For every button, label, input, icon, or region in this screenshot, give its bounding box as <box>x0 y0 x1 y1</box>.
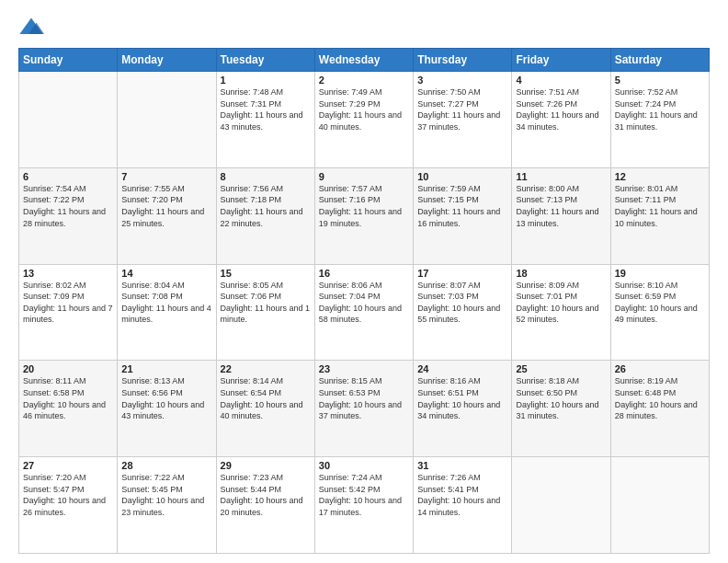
day-number: 9 <box>319 171 409 182</box>
day-info: Sunrise: 8:00 AM Sunset: 7:13 PM Dayligh… <box>516 183 606 229</box>
calendar-cell: 19Sunrise: 8:10 AM Sunset: 6:59 PM Dayli… <box>610 264 709 361</box>
day-info: Sunrise: 8:14 AM Sunset: 6:54 PM Dayligh… <box>221 375 311 421</box>
calendar-cell: 16Sunrise: 8:06 AM Sunset: 7:04 PM Dayli… <box>314 264 413 361</box>
day-info: Sunrise: 7:57 AM Sunset: 7:16 PM Dayligh… <box>319 183 409 229</box>
calendar-cell: 13Sunrise: 8:02 AM Sunset: 7:09 PM Dayli… <box>19 264 118 361</box>
day-number: 11 <box>516 171 606 182</box>
day-info: Sunrise: 7:52 AM Sunset: 7:24 PM Dayligh… <box>615 86 705 132</box>
calendar-header-row: SundayMondayTuesdayWednesdayThursdayFrid… <box>19 49 710 72</box>
day-number: 28 <box>121 460 211 471</box>
day-info: Sunrise: 7:48 AM Sunset: 7:31 PM Dayligh… <box>221 86 311 132</box>
calendar-cell: 23Sunrise: 8:15 AM Sunset: 6:53 PM Dayli… <box>314 361 413 457</box>
day-info: Sunrise: 7:54 AM Sunset: 7:22 PM Dayligh… <box>23 183 113 229</box>
day-info: Sunrise: 7:50 AM Sunset: 7:27 PM Dayligh… <box>417 86 507 132</box>
day-number: 1 <box>221 75 311 86</box>
calendar-cell: 25Sunrise: 8:18 AM Sunset: 6:50 PM Dayli… <box>512 361 610 457</box>
calendar-cell: 11Sunrise: 8:00 AM Sunset: 7:13 PM Dayli… <box>512 167 610 264</box>
calendar-cell: 12Sunrise: 8:01 AM Sunset: 7:11 PM Dayli… <box>610 167 709 264</box>
calendar-week-row: 13Sunrise: 8:02 AM Sunset: 7:09 PM Dayli… <box>19 264 710 361</box>
day-info: Sunrise: 7:49 AM Sunset: 7:29 PM Dayligh… <box>319 86 409 132</box>
day-info: Sunrise: 8:01 AM Sunset: 7:11 PM Dayligh… <box>615 183 705 229</box>
day-number: 21 <box>121 363 211 374</box>
logo-icon <box>18 15 44 40</box>
col-header-wednesday: Wednesday <box>314 49 413 72</box>
col-header-friday: Friday <box>512 49 610 72</box>
day-info: Sunrise: 7:26 AM Sunset: 5:41 PM Dayligh… <box>417 472 507 518</box>
col-header-saturday: Saturday <box>610 49 709 72</box>
day-number: 4 <box>516 75 606 86</box>
day-info: Sunrise: 8:16 AM Sunset: 6:51 PM Dayligh… <box>417 375 507 421</box>
day-info: Sunrise: 8:05 AM Sunset: 7:06 PM Dayligh… <box>221 280 311 326</box>
day-info: Sunrise: 7:59 AM Sunset: 7:15 PM Dayligh… <box>417 183 507 229</box>
day-number: 24 <box>417 363 507 374</box>
day-info: Sunrise: 8:13 AM Sunset: 6:56 PM Dayligh… <box>121 375 211 421</box>
day-number: 6 <box>23 171 113 182</box>
calendar-cell <box>118 72 216 168</box>
col-header-sunday: Sunday <box>19 49 118 72</box>
calendar-cell: 31Sunrise: 7:26 AM Sunset: 5:41 PM Dayli… <box>414 457 512 554</box>
day-number: 5 <box>615 75 705 86</box>
calendar-cell <box>19 72 118 168</box>
day-number: 29 <box>221 460 311 471</box>
calendar-cell: 15Sunrise: 8:05 AM Sunset: 7:06 PM Dayli… <box>216 264 314 361</box>
day-number: 7 <box>121 171 211 182</box>
calendar-cell: 2Sunrise: 7:49 AM Sunset: 7:29 PM Daylig… <box>314 72 413 168</box>
day-info: Sunrise: 8:04 AM Sunset: 7:08 PM Dayligh… <box>121 280 211 326</box>
day-number: 31 <box>417 460 507 471</box>
day-number: 2 <box>319 75 409 86</box>
day-number: 19 <box>615 268 705 279</box>
calendar-cell: 7Sunrise: 7:55 AM Sunset: 7:20 PM Daylig… <box>118 167 216 264</box>
day-number: 10 <box>417 171 507 182</box>
day-number: 14 <box>121 268 211 279</box>
day-info: Sunrise: 7:23 AM Sunset: 5:44 PM Dayligh… <box>221 472 311 518</box>
day-info: Sunrise: 8:10 AM Sunset: 6:59 PM Dayligh… <box>615 280 705 326</box>
day-info: Sunrise: 7:51 AM Sunset: 7:26 PM Dayligh… <box>516 86 606 132</box>
day-number: 8 <box>221 171 311 182</box>
day-info: Sunrise: 7:24 AM Sunset: 5:42 PM Dayligh… <box>319 472 409 518</box>
day-info: Sunrise: 7:20 AM Sunset: 5:47 PM Dayligh… <box>23 472 113 518</box>
calendar-cell: 21Sunrise: 8:13 AM Sunset: 6:56 PM Dayli… <box>118 361 216 457</box>
calendar-cell: 29Sunrise: 7:23 AM Sunset: 5:44 PM Dayli… <box>216 457 314 554</box>
calendar-cell: 27Sunrise: 7:20 AM Sunset: 5:47 PM Dayli… <box>19 457 118 554</box>
day-number: 23 <box>319 363 409 374</box>
calendar-cell: 3Sunrise: 7:50 AM Sunset: 7:27 PM Daylig… <box>414 72 512 168</box>
calendar-cell: 22Sunrise: 8:14 AM Sunset: 6:54 PM Dayli… <box>216 361 314 457</box>
calendar-week-row: 20Sunrise: 8:11 AM Sunset: 6:58 PM Dayli… <box>19 361 710 457</box>
day-number: 13 <box>23 268 113 279</box>
calendar-cell <box>512 457 610 554</box>
day-number: 26 <box>615 363 705 374</box>
calendar-cell: 1Sunrise: 7:48 AM Sunset: 7:31 PM Daylig… <box>216 72 314 168</box>
header <box>18 15 710 40</box>
calendar-week-row: 6Sunrise: 7:54 AM Sunset: 7:22 PM Daylig… <box>19 167 710 264</box>
calendar-cell: 20Sunrise: 8:11 AM Sunset: 6:58 PM Dayli… <box>19 361 118 457</box>
calendar-cell: 14Sunrise: 8:04 AM Sunset: 7:08 PM Dayli… <box>118 264 216 361</box>
day-number: 27 <box>23 460 113 471</box>
calendar-cell: 9Sunrise: 7:57 AM Sunset: 7:16 PM Daylig… <box>314 167 413 264</box>
col-header-thursday: Thursday <box>414 49 512 72</box>
day-number: 18 <box>516 268 606 279</box>
day-info: Sunrise: 8:19 AM Sunset: 6:48 PM Dayligh… <box>615 375 705 421</box>
day-number: 20 <box>23 363 113 374</box>
calendar-cell <box>610 457 709 554</box>
calendar-week-row: 1Sunrise: 7:48 AM Sunset: 7:31 PM Daylig… <box>19 72 710 168</box>
calendar-week-row: 27Sunrise: 7:20 AM Sunset: 5:47 PM Dayli… <box>19 457 710 554</box>
day-info: Sunrise: 8:09 AM Sunset: 7:01 PM Dayligh… <box>516 280 606 326</box>
day-info: Sunrise: 7:22 AM Sunset: 5:45 PM Dayligh… <box>121 472 211 518</box>
calendar-cell: 28Sunrise: 7:22 AM Sunset: 5:45 PM Dayli… <box>118 457 216 554</box>
calendar-cell: 18Sunrise: 8:09 AM Sunset: 7:01 PM Dayli… <box>512 264 610 361</box>
logo <box>18 15 48 40</box>
calendar-table: SundayMondayTuesdayWednesdayThursdayFrid… <box>18 48 710 554</box>
page: SundayMondayTuesdayWednesdayThursdayFrid… <box>0 0 728 563</box>
day-number: 12 <box>615 171 705 182</box>
day-number: 17 <box>417 268 507 279</box>
calendar-cell: 8Sunrise: 7:56 AM Sunset: 7:18 PM Daylig… <box>216 167 314 264</box>
day-info: Sunrise: 8:11 AM Sunset: 6:58 PM Dayligh… <box>23 375 113 421</box>
calendar-cell: 5Sunrise: 7:52 AM Sunset: 7:24 PM Daylig… <box>610 72 709 168</box>
day-number: 22 <box>221 363 311 374</box>
calendar-cell: 17Sunrise: 8:07 AM Sunset: 7:03 PM Dayli… <box>414 264 512 361</box>
day-number: 3 <box>417 75 507 86</box>
day-number: 25 <box>516 363 606 374</box>
day-info: Sunrise: 8:18 AM Sunset: 6:50 PM Dayligh… <box>516 375 606 421</box>
day-number: 15 <box>221 268 311 279</box>
day-info: Sunrise: 7:55 AM Sunset: 7:20 PM Dayligh… <box>121 183 211 229</box>
